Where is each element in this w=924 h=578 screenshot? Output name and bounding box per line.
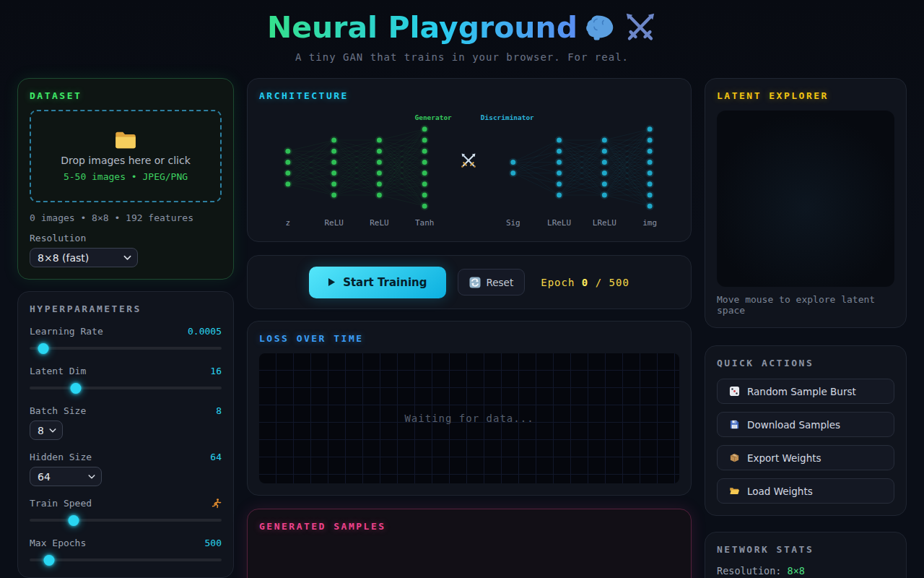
svg-text:LReLU: LReLU [547, 218, 571, 228]
svg-text:Tanh: Tanh [415, 218, 434, 228]
hidden-size-value: 64 [210, 452, 222, 462]
center-column: ARCHITECTURE zReLUReLUTanhSigLReLULReLUi… [247, 78, 692, 578]
app-title: Neural Playground [267, 10, 578, 45]
load-weights-button[interactable]: Load Weights [717, 478, 894, 504]
folder-icon [115, 131, 136, 150]
brain-icon [585, 12, 616, 43]
right-column: LATENT EXPLORER Move mouse to explore la… [705, 78, 907, 578]
network-stats-title: NETWORK STATS [717, 544, 894, 555]
latent-dim-value: 16 [210, 366, 222, 376]
batch-size-select[interactable]: 8 [30, 420, 63, 440]
resolution-label: Resolution [30, 233, 222, 243]
crossed-swords-icon [624, 11, 657, 44]
image-dropzone[interactable]: Drop images here or click 5-50 images • … [30, 110, 222, 202]
floppy-disk-icon [729, 419, 740, 430]
svg-text:ReLU: ReLU [370, 218, 388, 228]
epoch-max: 500 [609, 277, 629, 288]
hidden-size-label: Hidden Size [30, 452, 92, 462]
main-grid: DATASET Drop images here or click 5-50 i… [0, 78, 924, 578]
runner-icon [212, 498, 222, 509]
random-sample-burst-button[interactable]: Random Sample Burst [717, 379, 894, 404]
crossed-swords-icon [460, 152, 477, 169]
latent-explorer-canvas[interactable] [717, 111, 894, 287]
hidden-size-select[interactable]: 64 [30, 467, 102, 486]
training-controls-panel: Start Training Reset Epoch 0 / [247, 255, 692, 309]
latent-dim-slider[interactable] [30, 382, 222, 394]
svg-text:Sig: Sig [506, 218, 520, 228]
svg-text:ReLU: ReLU [324, 218, 343, 228]
loss-chart-placeholder: Waiting for data... [404, 413, 533, 424]
max-epochs-slider[interactable] [30, 554, 222, 566]
package-icon [729, 452, 740, 463]
learning-rate-value: 0.0005 [188, 326, 222, 337]
slider-thumb[interactable] [70, 383, 81, 394]
learning-rate-label: Learning Rate [30, 326, 103, 337]
stat-resolution: Resolution: 8×8 [717, 565, 894, 577]
batch-size-row: Batch Size 8 8 [30, 405, 222, 440]
network-stats-panel: NETWORK STATS Resolution: 8×8 [705, 532, 907, 578]
generated-samples-panel: GENERATED SAMPLES [247, 509, 692, 578]
hidden-size-row: Hidden Size 64 64 [30, 452, 222, 486]
train-speed-label: Train Speed [30, 498, 92, 509]
architecture-panel-title: ARCHITECTURE [259, 90, 679, 101]
dropzone-instruction: Drop images here or click [61, 155, 191, 166]
latent-explorer-title: LATENT EXPLORER [717, 90, 894, 101]
svg-text:Generator: Generator [415, 113, 453, 121]
quick-actions-title: QUICK ACTIONS [717, 358, 894, 368]
app-subtitle: A tiny GAN that trains in your browser. … [0, 51, 924, 63]
slider-thumb[interactable] [38, 343, 48, 354]
svg-text:z: z [286, 218, 291, 228]
dataset-summary: 0 images • 8×8 • 192 features [30, 212, 222, 223]
loss-panel: LOSS OVER TIME Waiting for data... [247, 321, 692, 496]
architecture-panel: ARCHITECTURE zReLUReLUTanhSigLReLULReLUi… [247, 78, 692, 242]
app-header: Neural Playground A tiny GAN that trains… [0, 0, 924, 63]
latent-explorer-panel: LATENT EXPLORER Move mouse to explore la… [705, 78, 907, 328]
hyperparameters-panel: HYPERPARAMETERS Learning Rate 0.0005 Lat… [17, 291, 234, 578]
batch-size-label: Batch Size [30, 405, 86, 416]
dice-icon [729, 386, 740, 397]
latent-explorer-caption: Move mouse to explore latent space [717, 294, 894, 316]
svg-text:Discriminator: Discriminator [481, 113, 534, 121]
learning-rate-slider[interactable] [30, 342, 222, 354]
open-folder-icon [729, 486, 740, 496]
hyperparameters-panel-title: HYPERPARAMETERS [30, 303, 222, 314]
network-diagram: zReLUReLUTanhSigLReLULReLUimgGeneratorDi… [259, 105, 679, 230]
left-column: DATASET Drop images here or click 5-50 i… [17, 78, 234, 578]
start-training-button[interactable]: Start Training [309, 267, 445, 298]
latent-dim-row: Latent Dim 16 [30, 366, 222, 394]
batch-size-value: 8 [216, 405, 222, 416]
resolution-select[interactable]: 8×8 (fast) [30, 248, 138, 267]
slider-thumb[interactable] [69, 515, 79, 526]
learning-rate-row: Learning Rate 0.0005 [30, 326, 222, 354]
reset-icon [469, 277, 481, 288]
svg-text:img: img [642, 218, 657, 228]
quick-actions-panel: QUICK ACTIONS Random Sample Burst [705, 345, 907, 516]
train-speed-slider[interactable] [30, 514, 222, 526]
epoch-counter: Epoch 0 / 500 [541, 277, 629, 288]
train-speed-row: Train Speed [30, 498, 222, 526]
slider-thumb[interactable] [43, 555, 54, 566]
loss-panel-title: LOSS OVER TIME [259, 333, 679, 344]
dataset-panel: DATASET Drop images here or click 5-50 i… [17, 78, 234, 280]
max-epochs-row: Max Epochs 500 [30, 538, 222, 566]
reset-button[interactable]: Reset [458, 269, 526, 296]
epoch-current: 0 [582, 277, 588, 288]
latent-dim-label: Latent Dim [30, 366, 86, 376]
stat-resolution-value: 8×8 [788, 565, 805, 577]
dataset-panel-title: DATASET [30, 90, 222, 101]
max-epochs-label: Max Epochs [30, 538, 86, 548]
download-samples-button[interactable]: Download Samples [717, 412, 894, 437]
loss-chart-canvas: Waiting for data... [259, 353, 679, 483]
dropzone-requirements: 5-50 images • JPEG/PNG [64, 171, 188, 182]
generated-samples-title: GENERATED SAMPLES [259, 521, 679, 532]
export-weights-button[interactable]: Export Weights [717, 445, 894, 470]
play-icon [328, 277, 336, 287]
svg-text:LReLU: LReLU [593, 218, 616, 228]
max-epochs-value: 500 [205, 538, 222, 548]
